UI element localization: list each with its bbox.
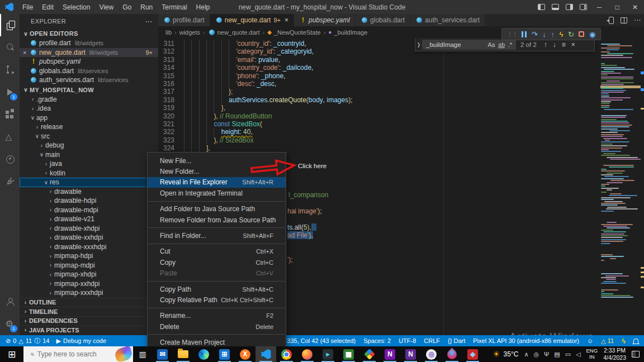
- activity-extensions[interactable]: [0, 103, 20, 126]
- taskbar-app-chrome[interactable]: [276, 346, 297, 362]
- hot-reload-icon[interactable]: ϟ: [622, 337, 626, 345]
- task-view-icon[interactable]: ▥: [133, 350, 152, 359]
- tab-auth_services-dart[interactable]: auth_services.dart: [410, 14, 485, 26]
- menu-selection[interactable]: Selection: [58, 0, 94, 14]
- clock[interactable]: 2:33 PM 4/4/2023: [603, 347, 626, 361]
- tree-item-.gradle[interactable]: ›.gradle: [20, 95, 158, 104]
- menu-item-delete[interactable]: DeleteDelete: [148, 321, 286, 332]
- taskbar-app-firefox[interactable]: [297, 346, 318, 362]
- breadcrumb-item[interactable]: lib: [165, 29, 172, 36]
- step-over-icon[interactable]: ↷: [532, 31, 538, 38]
- taskbar-app-emulator-tool[interactable]: ▸: [318, 346, 338, 362]
- tree-item-res[interactable]: ∨res: [20, 178, 158, 187]
- taskbar-app-appium[interactable]: ◎: [421, 346, 442, 362]
- menu-item-copy-relative-path[interactable]: Copy Relative PathCtrl+K Ctrl+Shift+C: [148, 294, 286, 305]
- tree-item-src[interactable]: ∨src: [20, 132, 158, 141]
- menu-item-find-in-folder[interactable]: Find in Folder...Shift+Alt+F: [148, 230, 286, 241]
- status-item[interactable]: Pixel XL API 30 (android-x86 emulator): [473, 337, 579, 344]
- more-actions-icon[interactable]: ⋯: [145, 17, 153, 26]
- taskbar-app-mail[interactable]: ✉: [152, 346, 173, 362]
- section-outline[interactable]: ›OUTLINE: [20, 298, 158, 307]
- taskbar-app-photos-tool[interactable]: ▦: [338, 346, 359, 362]
- breadcrumb-item[interactable]: _buildImage: [334, 29, 367, 36]
- tree-item-drawable-mdpi[interactable]: ›drawable-mdpi: [20, 206, 158, 215]
- activity-settings[interactable]: 1: [0, 313, 20, 335]
- menu-item-copy[interactable]: CopyCtrl+C: [148, 257, 286, 268]
- tree-item-drawable-xxhdpi[interactable]: ›drawable-xxhdpi: [20, 233, 158, 242]
- more-actions-icon[interactable]: ⋯: [634, 16, 641, 24]
- open-editor-item[interactable]: auth_services.dartlib\services: [20, 75, 158, 85]
- taskbar-app-paint-tool[interactable]: [442, 346, 462, 362]
- minimap[interactable]: [600, 38, 641, 335]
- tree-item-debug[interactable]: ›debug: [20, 141, 158, 150]
- section-timeline[interactable]: ›TIMELINE: [20, 307, 158, 316]
- start-button[interactable]: ⊞: [0, 346, 23, 362]
- open-editor-item[interactable]: ×new_quote.dartlib\widgets9+: [20, 48, 158, 58]
- menu-terminal[interactable]: Terminal: [157, 0, 191, 14]
- menu-file[interactable]: File: [18, 0, 37, 14]
- close-editor-icon[interactable]: ×: [23, 49, 30, 56]
- tree-item-mipmap-hdpi[interactable]: ›mipmap-hdpi: [20, 251, 158, 261]
- menu-edit[interactable]: Edit: [37, 0, 58, 14]
- find-in-selection-icon[interactable]: ≡: [559, 41, 569, 49]
- status-item[interactable]: CRLF: [424, 337, 440, 344]
- status-item[interactable]: Ln 335, Col 42 (43 selected): [278, 337, 356, 344]
- toggle-sidebar-icon[interactable]: [538, 4, 545, 10]
- whole-word-icon[interactable]: ab: [496, 41, 506, 48]
- pause-icon[interactable]: [522, 31, 527, 37]
- inspect-icon[interactable]: ◉: [589, 31, 595, 38]
- breadcrumb-item[interactable]: new_quote.dart: [217, 29, 260, 36]
- tab-globals-dart[interactable]: globals.dart: [356, 14, 410, 26]
- tree-item-mipmap-xhdpi[interactable]: ›mipmap-xhdpi: [20, 270, 158, 279]
- action-center-icon[interactable]: [632, 351, 640, 358]
- analysis-warnings[interactable]: △11: [601, 337, 614, 345]
- activity-run-and-debug[interactable]: 1: [0, 81, 20, 103]
- activity-source-control[interactable]: [0, 59, 20, 81]
- tree-item-drawable[interactable]: ›drawable: [20, 187, 158, 197]
- menu-item-open-in-integrated-terminal[interactable]: Open in Integrated Terminal: [148, 188, 286, 198]
- notifications-bell-icon[interactable]: [633, 339, 638, 344]
- status-item[interactable]: {} Dart: [448, 337, 465, 344]
- activity-testing[interactable]: [0, 126, 20, 148]
- menu-help[interactable]: Help: [192, 0, 215, 14]
- minimize-button[interactable]: ─: [590, 0, 608, 14]
- open-editor-item[interactable]: !pubspec.yaml: [20, 57, 158, 66]
- tree-item-drawable-v21[interactable]: ›drawable-v21: [20, 215, 158, 224]
- taskbar-app-onenote-alt[interactable]: N: [400, 346, 421, 362]
- stop-icon[interactable]: [579, 31, 584, 37]
- taskbar-app-onenote[interactable]: N: [380, 346, 400, 362]
- taskbar-app-edge[interactable]: [193, 346, 214, 362]
- menu-item-reveal-in-file-explorer[interactable]: Reveal in File ExplorerShift+Alt+R: [148, 177, 286, 188]
- customize-layout-icon[interactable]: [580, 4, 587, 10]
- open-editor-item[interactable]: profile.dartlib\widgets: [20, 39, 158, 48]
- section-java-projects[interactable]: ›JAVA PROJECTS: [20, 325, 158, 335]
- breadcrumb-item[interactable]: _NewQuoteState: [274, 29, 321, 36]
- tree-item-mipmap-xxhdpi[interactable]: ›mipmap-xxhdpi: [20, 279, 158, 289]
- speaker-icon[interactable]: ◁: [576, 351, 580, 358]
- breadcrumb-item[interactable]: widgets: [179, 29, 200, 36]
- find-query[interactable]: _buildImage: [426, 41, 486, 48]
- tree-item-java[interactable]: ›java: [20, 159, 158, 169]
- close-button[interactable]: ✕: [626, 0, 644, 14]
- activity-run-timeline[interactable]: [0, 148, 20, 170]
- open-editors-header[interactable]: ∨ OPEN EDITORS: [20, 28, 158, 39]
- status-item[interactable]: Spaces: 2: [363, 337, 391, 344]
- run-device-icon[interactable]: [609, 17, 614, 24]
- debug-configuration[interactable]: ▶ Debug my code: [56, 337, 106, 345]
- activity-search[interactable]: [0, 36, 20, 59]
- search-input[interactable]: [37, 350, 105, 358]
- split-editor-icon[interactable]: [621, 17, 627, 23]
- section-dependencies[interactable]: ›DEPENDENCIES: [20, 316, 158, 326]
- menu-item-new-folder[interactable]: New Folder...: [148, 166, 286, 177]
- hot-reload-icon[interactable]: ϟ: [559, 31, 563, 38]
- tree-item-mipmap-xxxhdpi[interactable]: ›mipmap-xxxhdpi: [20, 288, 158, 298]
- open-editor-item[interactable]: globals.dartlib\services: [20, 66, 158, 76]
- activity-flutter[interactable]: [0, 170, 20, 193]
- step-out-icon[interactable]: ↑: [551, 31, 555, 38]
- status-item[interactable]: UTF-8: [399, 337, 416, 344]
- microphone-icon[interactable]: Ψ: [544, 351, 549, 358]
- menu-item-rename[interactable]: Rename...F2: [148, 311, 286, 321]
- tab-profile-dart[interactable]: profile.dart: [158, 14, 210, 26]
- tree-item-mipmap-mdpi[interactable]: ›mipmap-mdpi: [20, 261, 158, 270]
- tree-item-drawable-xhdpi[interactable]: ›drawable-xhdpi: [20, 224, 158, 234]
